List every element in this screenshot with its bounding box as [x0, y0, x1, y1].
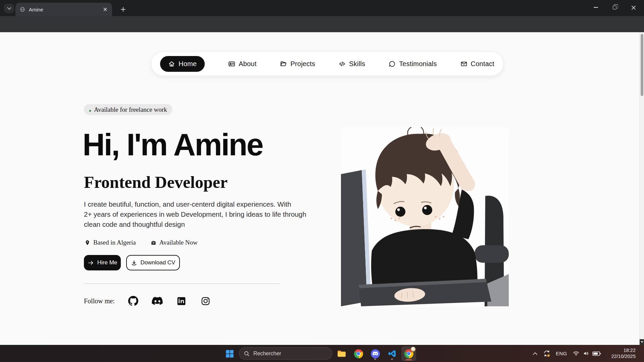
cta-buttons: Hire Me Download CV [84, 255, 180, 270]
wifi-button[interactable] [571, 345, 581, 362]
minimize-icon [594, 7, 598, 8]
clock-date: 22/10/2025 [611, 354, 636, 360]
availability-text: Available Now [159, 239, 198, 246]
nav-label: Projects [290, 60, 315, 68]
tab-close-icon[interactable] [103, 7, 108, 12]
id-card-icon [228, 60, 235, 67]
language-indicator[interactable]: ENG [554, 345, 569, 362]
description-line: 2+ years of experiences in web Developme… [84, 209, 306, 219]
maximize-button[interactable] [605, 1, 624, 14]
nav-label: Skills [349, 60, 365, 68]
github-link[interactable] [128, 296, 139, 306]
volume-button[interactable] [581, 345, 591, 362]
nav-item-skills[interactable]: Skills [339, 60, 365, 68]
description-line: I create beutiful, function, and user-ce… [84, 199, 306, 209]
page-title: Hi, I'm Amine [83, 128, 263, 161]
linkedin-icon [177, 297, 186, 306]
boy-at-laptop-illustration [341, 127, 509, 306]
nav-label: Home [179, 60, 197, 68]
site-navbar: Home About Projects Skills Testimonials … [151, 52, 503, 76]
nav-item-projects[interactable]: Projects [280, 60, 315, 68]
discord-button[interactable] [368, 347, 382, 360]
download-cv-button[interactable]: Download CV [126, 255, 180, 270]
scroll-down-button[interactable] [640, 339, 644, 345]
chevron-down-icon [7, 7, 11, 10]
location-text: Based in Algeria [93, 239, 136, 246]
follow-row: Follow me: [84, 294, 224, 308]
page-subtitle: Frontend Developer [84, 172, 228, 192]
envelope-icon [460, 60, 467, 67]
discord-link[interactable] [152, 297, 163, 306]
section-divider [84, 283, 280, 284]
hire-me-label: Hire Me [97, 259, 117, 266]
taskbar-clock[interactable]: 18:22 22/10/2025 [603, 345, 638, 362]
instagram-icon [201, 297, 210, 306]
active-window-indicator [406, 359, 412, 361]
language-label: ENG [556, 351, 567, 356]
close-icon [631, 5, 636, 10]
window-controls [586, 1, 643, 14]
globe-favicon-icon [19, 6, 26, 12]
page-scrollbar[interactable] [639, 32, 644, 345]
description-line: clean code and thoughtful design [84, 219, 306, 229]
home-icon [168, 60, 175, 67]
file-explorer-button[interactable] [335, 347, 348, 360]
nav-item-home[interactable]: Home [160, 56, 205, 72]
hero-illustration [341, 127, 509, 306]
wifi-icon [573, 351, 580, 357]
vscode-icon [388, 349, 396, 358]
windows-logo-icon [225, 349, 234, 358]
file-explorer-icon [337, 350, 346, 358]
status-dot-icon [89, 110, 91, 112]
tab-search-button[interactable] [4, 4, 14, 13]
nav-item-about[interactable]: About [228, 60, 256, 68]
hero-meta: Based in Algeria Available Now [85, 239, 198, 246]
nav-item-contact[interactable]: Contact [460, 60, 494, 68]
chevron-up-icon [533, 352, 538, 355]
web-page: Home About Projects Skills Testimonials … [0, 32, 644, 345]
tab-title: Amine [29, 7, 99, 12]
search-icon [244, 351, 250, 357]
code-icon [339, 60, 346, 67]
instagram-link[interactable] [200, 297, 211, 306]
close-button[interactable] [624, 1, 643, 14]
restore-icon [613, 6, 616, 9]
speech-bubble-icon [389, 60, 396, 67]
start-button[interactable] [223, 347, 236, 360]
screen: Amine 127.0.0.1:5500/index.html# [0, 0, 644, 362]
minimize-button[interactable] [586, 1, 605, 14]
browser-toolbar: 127.0.0.1:5500/index.html# Erreur [0, 16, 644, 32]
nav-label: About [239, 60, 256, 68]
arrow-right-icon [88, 260, 94, 266]
availability-item: Available Now [151, 239, 198, 246]
windows-taskbar: Rechercher ENG [0, 345, 644, 362]
location-item: Based in Algeria [85, 239, 136, 246]
vscode-button[interactable] [385, 347, 399, 360]
download-icon [131, 260, 137, 266]
nav-label: Contact [471, 60, 494, 68]
chrome-active-window-button[interactable] [401, 346, 416, 361]
windows-update-button[interactable] [541, 345, 552, 362]
linkedin-link[interactable] [176, 297, 187, 306]
chrome-icon [354, 349, 363, 358]
discord-icon [152, 297, 163, 306]
new-tab-button[interactable] [118, 4, 128, 14]
running-indicator [374, 359, 376, 360]
nav-label: Testimonials [399, 60, 437, 68]
tray-chevron-button[interactable] [530, 345, 540, 362]
availability-badge: Available for freelance work [84, 104, 172, 115]
browser-titlebar: Amine [0, 0, 644, 16]
battery-button[interactable] [591, 345, 602, 362]
plus-icon [121, 7, 126, 12]
chrome-button[interactable] [352, 347, 365, 360]
nav-item-testimonials[interactable]: Testimonials [389, 60, 437, 68]
browser-tab[interactable]: Amine [15, 3, 112, 16]
speaker-icon [583, 350, 590, 357]
chrome-profile-avatar [410, 347, 416, 352]
taskbar-search[interactable]: Rechercher [239, 347, 332, 360]
scrollbar-thumb[interactable] [641, 34, 643, 96]
hire-me-button[interactable]: Hire Me [84, 255, 121, 270]
map-pin-icon [85, 240, 90, 246]
badge-text: Available for freelance work [94, 106, 167, 113]
battery-icon [592, 351, 601, 356]
